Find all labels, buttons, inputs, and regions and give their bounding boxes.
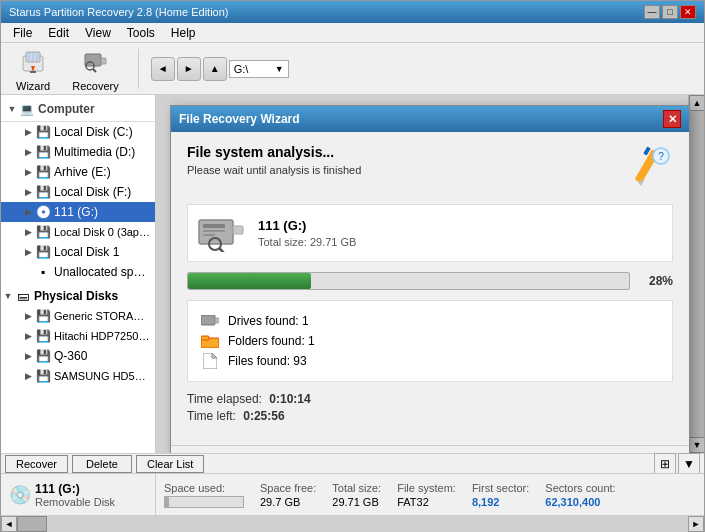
e-expander[interactable]: ▶ [21,165,35,179]
scroll-left-btn[interactable]: ◄ [1,516,17,532]
space-free-label: Space free: [260,482,316,494]
tree-computer[interactable]: ▼ 💻 Computer [5,99,151,119]
dialog-heading: File system analysis... [187,144,361,160]
grid-view-button[interactable]: ⊞ [654,453,676,475]
c-label: Local Disk (C:) [54,125,133,139]
time-left-value: 0:25:56 [243,409,284,423]
menu-help[interactable]: Help [163,24,204,42]
d-expander[interactable]: ▶ [21,145,35,159]
minimize-button[interactable]: — [644,5,660,19]
computer-icon: 💻 [19,101,35,117]
progress-percent: 28% [638,274,673,288]
svg-line-10 [93,69,96,72]
samsung-expander[interactable]: ▶ [21,369,35,383]
dialog-body: File system analysis... Please wait unti… [171,132,689,445]
space-used-fill [165,497,169,507]
svg-line-22 [220,249,225,252]
main-content: ▼ 💻 Computer ▶ 💾 Local Disk (C:) ▶ 💾 Mul… [1,95,704,453]
nav-back-btn[interactable]: ◄ [151,57,175,81]
f-expander[interactable]: ▶ [21,185,35,199]
tree-multimedia-d[interactable]: ▶ 💾 Multimedia (D:) [1,142,155,162]
tree-q360[interactable]: ▶ 💾 Q-360 [1,346,155,366]
toolbar-sep [138,49,139,89]
svg-rect-6 [30,71,36,73]
timing-section: Time elapsed: 0:10:14 Time left: 0:25:56 [187,392,673,423]
menu-file[interactable]: File [5,24,40,42]
chevron-down-button[interactable]: ▼ [678,453,700,475]
stat-files: Files found: 93 [200,353,660,369]
time-elapsed-label: Time elapsed: [187,392,262,406]
bottom-scrollbar: ◄ ► [1,515,704,531]
delete-button[interactable]: Delete [72,455,132,473]
disk1-expander[interactable]: ▶ [21,245,35,259]
menu-view[interactable]: View [77,24,119,42]
nav-controls: ◄ ► ▲ G:\ ▼ [151,57,289,81]
drive-info-text: 111 (G:) Total size: 29.71 GB [258,218,356,248]
tree-local-disk0[interactable]: ▶ 💾 Local Disk 0 (3apes… [1,222,155,242]
bottom-toolbar: Recover Delete Clear List ⊞ ▼ [1,453,704,473]
drives-found-label: Drives found: 1 [228,314,309,328]
q360-label: Q-360 [54,349,87,363]
tree-arhive-e[interactable]: ▶ 💾 Arhive (E:) [1,162,155,182]
hitachi-icon: 💾 [35,328,51,344]
tree-generic-storage[interactable]: ▶ 💾 Generic STORAGE D… [1,306,155,326]
status-total-size: Total size: 29.71 GB [332,482,381,508]
tree-local-c[interactable]: ▶ 💾 Local Disk (C:) [1,122,155,142]
svg-rect-26 [201,336,209,340]
recover-button[interactable]: Recover [5,455,68,473]
filesystem-label: File system: [397,482,456,494]
scroll-thumb-h[interactable] [17,516,47,532]
svg-rect-24 [215,318,219,323]
hdd-e-icon: 💾 [35,164,51,180]
dialog-title-bar: File Recovery Wizard ✕ [171,106,689,132]
computer-expander[interactable]: ▼ [5,102,19,116]
recovery-label: Recovery [72,80,118,92]
time-left-row: Time left: 0:25:56 [187,409,673,423]
hdd-c-icon: 💾 [35,124,51,140]
tree-physical-disks[interactable]: ▼ 🖴 Physical Disks [1,286,155,306]
status-sectors-count: Sectors count: 62,310,400 [545,482,615,508]
maximize-button[interactable]: □ [662,5,678,19]
gs-label: Generic STORAGE D… [54,310,151,322]
status-space-free: Space free: 29.7 GB [260,482,316,508]
physical-disks-section: ▼ 🖴 Physical Disks ▶ 💾 Generic STORAGE D… [1,286,155,386]
g-expander[interactable]: ▶ [21,205,35,219]
tree-local-disk1[interactable]: ▶ 💾 Local Disk 1 [1,242,155,262]
tree-samsung[interactable]: ▶ 💾 SAMSUNG HD502H… [1,366,155,386]
scroll-right-btn[interactable]: ► [688,516,704,532]
gs-expander[interactable]: ▶ [21,309,35,323]
close-button[interactable]: ✕ [680,5,696,19]
dialog-footer: Help < Back Cancel Close [171,445,689,453]
tree-hitachi[interactable]: ▶ 💾 Hitachi HDP72501… [1,326,155,346]
q360-expander[interactable]: ▶ [21,349,35,363]
tree-111-g[interactable]: ▶ 💿 111 (G:) [1,202,155,222]
c-expander[interactable]: ▶ [21,125,35,139]
menu-edit[interactable]: Edit [40,24,77,42]
tree-unallocated[interactable]: ▪ Unallocated space [1,262,155,282]
hitachi-expander[interactable]: ▶ [21,329,35,343]
tree-local-f[interactable]: ▶ 💾 Local Disk (F:) [1,182,155,202]
recovery-button[interactable]: Recovery [65,43,125,95]
unalloc-expander[interactable] [21,265,35,279]
menu-tools[interactable]: Tools [119,24,163,42]
dialog-subheading: Please wait until analysis is finished [187,164,361,176]
toolbar: Wizard Recovery ◄ ► ▲ G:\ ▼ [1,43,704,95]
status-first-sector: First sector: 8,192 [472,482,529,508]
window-controls: — □ ✕ [644,5,696,19]
disk0-expander[interactable]: ▶ [21,225,35,239]
dialog-header-text: File system analysis... Please wait unti… [187,144,361,176]
drive-selector[interactable]: G:\ ▼ [229,60,289,78]
dialog-close-button[interactable]: ✕ [663,110,681,128]
nav-up-btn[interactable]: ▲ [203,57,227,81]
clear-list-button[interactable]: Clear List [136,455,204,473]
physical-expander[interactable]: ▼ [1,289,15,303]
svg-rect-19 [203,234,215,236]
time-elapsed-value: 0:10:14 [269,392,310,406]
modal-overlay: File Recovery Wizard ✕ File system analy… [156,95,704,453]
recovery-icon [79,46,111,78]
gs-icon: 💾 [35,308,51,324]
q360-icon: 💾 [35,348,51,364]
wizard-button[interactable]: Wizard [9,43,57,95]
space-used-label: Space used: [164,482,244,494]
nav-forward-btn[interactable]: ► [177,57,201,81]
